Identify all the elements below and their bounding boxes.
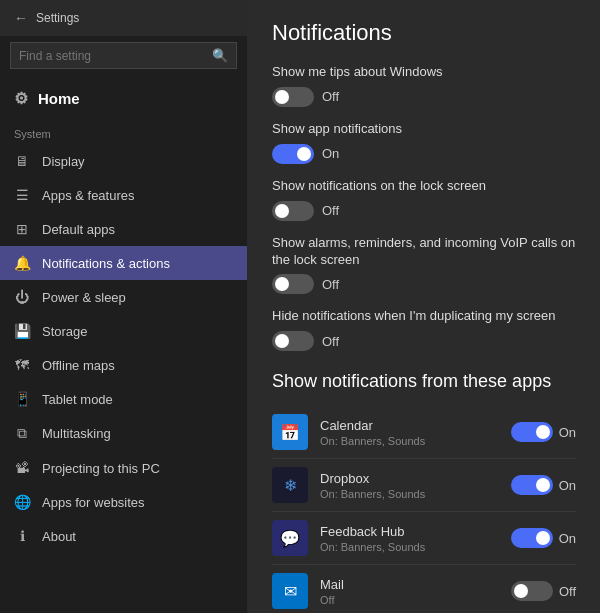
dropbox-info: Dropbox On: Banners, Sounds bbox=[320, 471, 511, 500]
sidebar-item-label: Storage bbox=[42, 324, 88, 339]
sidebar-item-storage[interactable]: 💾 Storage bbox=[0, 314, 247, 348]
sidebar-item-label: Offline maps bbox=[42, 358, 115, 373]
search-icon: 🔍 bbox=[212, 48, 228, 63]
setting-app-notifications: Show app notifications On bbox=[272, 121, 576, 164]
app-row-mail[interactable]: ✉ Mail Off Off bbox=[272, 565, 576, 613]
sidebar-item-display[interactable]: 🖥 Display bbox=[0, 144, 247, 178]
sidebar-item-label: Display bbox=[42, 154, 85, 169]
feedback-hub-toggle-area: On bbox=[511, 528, 576, 548]
default-apps-icon: ⊞ bbox=[14, 221, 30, 237]
main-content: Notifications Show me tips about Windows… bbox=[248, 0, 600, 613]
toggle-hide-duplicating[interactable] bbox=[272, 331, 314, 351]
mail-name: Mail bbox=[320, 577, 511, 592]
toggle-lock-screen[interactable] bbox=[272, 201, 314, 221]
calendar-toggle-area: On bbox=[511, 422, 576, 442]
toggle-feedback-hub[interactable] bbox=[511, 528, 553, 548]
toggle-hide-duplicating-state: Off bbox=[322, 334, 339, 349]
sidebar-item-label: Tablet mode bbox=[42, 392, 113, 407]
setting-lock-screen: Show notifications on the lock screen Of… bbox=[272, 178, 576, 221]
sidebar-item-apps-features[interactable]: ☰ Apps & features bbox=[0, 178, 247, 212]
mail-sub: Off bbox=[320, 594, 511, 606]
sidebar-item-label: Notifications & actions bbox=[42, 256, 170, 271]
calendar-sub: On: Banners, Sounds bbox=[320, 435, 511, 447]
home-label: Home bbox=[38, 90, 80, 107]
offline-maps-icon: 🗺 bbox=[14, 357, 30, 373]
feedback-hub-name: Feedback Hub bbox=[320, 524, 511, 539]
gear-icon: ⚙ bbox=[14, 89, 28, 108]
search-box[interactable]: 🔍 bbox=[10, 42, 237, 69]
storage-icon: 💾 bbox=[14, 323, 30, 339]
setting-alarms: Show alarms, reminders, and incoming VoI… bbox=[272, 235, 576, 295]
toggle-alarms[interactable] bbox=[272, 274, 314, 294]
calendar-icon: 📅 bbox=[272, 414, 308, 450]
search-input[interactable] bbox=[19, 49, 206, 63]
toggle-calendar[interactable] bbox=[511, 422, 553, 442]
sidebar-item-label: Projecting to this PC bbox=[42, 461, 160, 476]
sidebar: ← Settings 🔍 ⚙ Home System 🖥 Display ☰ A… bbox=[0, 0, 248, 613]
toggle-dropbox[interactable] bbox=[511, 475, 553, 495]
back-button[interactable]: ← Settings bbox=[0, 0, 247, 36]
toggle-lock-screen-state: Off bbox=[322, 203, 339, 218]
apps-websites-icon: 🌐 bbox=[14, 494, 30, 510]
sidebar-item-label: Multitasking bbox=[42, 426, 111, 441]
display-icon: 🖥 bbox=[14, 153, 30, 169]
sidebar-item-label: Apps & features bbox=[42, 188, 135, 203]
calendar-info: Calendar On: Banners, Sounds bbox=[320, 418, 511, 447]
setting-tips: Show me tips about Windows Off bbox=[272, 64, 576, 107]
toggle-tips-state: Off bbox=[322, 89, 339, 104]
sidebar-nav: 🖥 Display ☰ Apps & features ⊞ Default ap… bbox=[0, 144, 247, 613]
sidebar-item-label: Apps for websites bbox=[42, 495, 145, 510]
setting-hide-duplicating: Hide notifications when I'm duplicating … bbox=[272, 308, 576, 351]
app-row-dropbox[interactable]: ❄ Dropbox On: Banners, Sounds On bbox=[272, 459, 576, 512]
dropbox-sub: On: Banners, Sounds bbox=[320, 488, 511, 500]
feedback-hub-sub: On: Banners, Sounds bbox=[320, 541, 511, 553]
sidebar-item-label: About bbox=[42, 529, 76, 544]
sidebar-item-projecting[interactable]: 📽 Projecting to this PC bbox=[0, 451, 247, 485]
sidebar-item-multitasking[interactable]: ⧉ Multitasking bbox=[0, 416, 247, 451]
multitasking-icon: ⧉ bbox=[14, 425, 30, 442]
toggle-tips[interactable] bbox=[272, 87, 314, 107]
app-row-calendar[interactable]: 📅 Calendar On: Banners, Sounds On bbox=[272, 406, 576, 459]
sidebar-item-about[interactable]: ℹ About bbox=[0, 519, 247, 553]
home-item[interactable]: ⚙ Home bbox=[0, 79, 247, 118]
toggle-dropbox-state: On bbox=[559, 478, 576, 493]
calendar-name: Calendar bbox=[320, 418, 511, 433]
tablet-mode-icon: 📱 bbox=[14, 391, 30, 407]
feedback-hub-icon: 💬 bbox=[272, 520, 308, 556]
sidebar-item-default-apps[interactable]: ⊞ Default apps bbox=[0, 212, 247, 246]
toggle-app-notifications-state: On bbox=[322, 146, 339, 161]
back-label: Settings bbox=[36, 11, 79, 25]
sidebar-item-notifications[interactable]: 🔔 Notifications & actions bbox=[0, 246, 247, 280]
projecting-icon: 📽 bbox=[14, 460, 30, 476]
toggle-mail-state: Off bbox=[559, 584, 576, 599]
sidebar-item-offline-maps[interactable]: 🗺 Offline maps bbox=[0, 348, 247, 382]
mail-icon: ✉ bbox=[272, 573, 308, 609]
about-icon: ℹ bbox=[14, 528, 30, 544]
back-arrow-icon: ← bbox=[14, 10, 28, 26]
dropbox-toggle-area: On bbox=[511, 475, 576, 495]
dropbox-name: Dropbox bbox=[320, 471, 511, 486]
page-title: Notifications bbox=[272, 20, 576, 46]
notifications-icon: 🔔 bbox=[14, 255, 30, 271]
app-row-feedback-hub[interactable]: 💬 Feedback Hub On: Banners, Sounds On bbox=[272, 512, 576, 565]
system-section-label: System bbox=[0, 118, 247, 144]
setting-lock-screen-label: Show notifications on the lock screen bbox=[272, 178, 576, 195]
sidebar-item-label: Power & sleep bbox=[42, 290, 126, 305]
setting-hide-duplicating-label: Hide notifications when I'm duplicating … bbox=[272, 308, 576, 325]
power-sleep-icon: ⏻ bbox=[14, 289, 30, 305]
sidebar-item-label: Default apps bbox=[42, 222, 115, 237]
toggle-alarms-state: Off bbox=[322, 277, 339, 292]
sidebar-item-power-sleep[interactable]: ⏻ Power & sleep bbox=[0, 280, 247, 314]
apps-section-heading: Show notifications from these apps bbox=[272, 371, 576, 392]
feedback-hub-info: Feedback Hub On: Banners, Sounds bbox=[320, 524, 511, 553]
sidebar-item-apps-websites[interactable]: 🌐 Apps for websites bbox=[0, 485, 247, 519]
setting-alarms-label: Show alarms, reminders, and incoming VoI… bbox=[272, 235, 576, 269]
sidebar-item-tablet-mode[interactable]: 📱 Tablet mode bbox=[0, 382, 247, 416]
setting-tips-label: Show me tips about Windows bbox=[272, 64, 576, 81]
mail-info: Mail Off bbox=[320, 577, 511, 606]
setting-app-notifications-label: Show app notifications bbox=[272, 121, 576, 138]
toggle-mail[interactable] bbox=[511, 581, 553, 601]
toggle-feedback-hub-state: On bbox=[559, 531, 576, 546]
mail-toggle-area: Off bbox=[511, 581, 576, 601]
toggle-app-notifications[interactable] bbox=[272, 144, 314, 164]
